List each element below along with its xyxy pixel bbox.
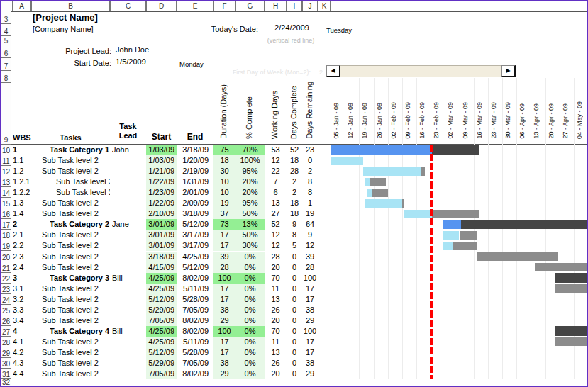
cell-working-days[interactable]: 13 [265, 347, 287, 358]
cell-task[interactable]: Sub Task level 2 [42, 208, 110, 219]
cell-start[interactable]: 4/25/09 [146, 284, 177, 294]
cell-days-complete[interactable]: 0 [287, 294, 302, 305]
cell-duration[interactable]: 18 [213, 155, 235, 166]
cell-working-days[interactable]: 52 [265, 219, 287, 230]
cell-start[interactable]: 1/03/09 [146, 145, 177, 155]
cell-duration[interactable]: 100 [213, 326, 235, 337]
row-header-11[interactable]: 11 [1, 155, 11, 166]
cell-duration[interactable]: 10 [213, 187, 235, 198]
cell-pct-complete[interactable]: 50% [235, 230, 265, 240]
cell-wbs[interactable]: 2.2 [13, 240, 30, 251]
cell-days-remaining[interactable]: 39 [302, 252, 318, 262]
project-lead-field[interactable]: John Doe [113, 45, 215, 57]
cell-days-remaining[interactable]: 8 [302, 176, 318, 187]
cell-duration[interactable]: 17 [213, 337, 235, 347]
cell-pct-complete[interactable]: 30% [235, 240, 265, 251]
cell-duration[interactable]: 17 [213, 347, 235, 358]
cell-days-complete[interactable]: 9 [287, 219, 302, 230]
cell-days-remaining[interactable]: 100 [302, 326, 318, 337]
column-header-H[interactable]: H [265, 1, 287, 11]
cell-pct-complete[interactable]: 0% [235, 369, 265, 379]
row-header-10[interactable]: 10 [1, 145, 11, 155]
cell-start[interactable]: 7/05/09 [146, 369, 177, 379]
cell-end[interactable]: 3/18/09 [177, 145, 213, 155]
row-header-14[interactable]: 14 [1, 187, 11, 198]
cell-pct-complete[interactable]: 95% [235, 198, 265, 208]
cell-duration[interactable]: 17 [213, 240, 235, 251]
row-header-22[interactable]: 22 [1, 273, 11, 284]
cell-task[interactable]: Sub Task level 2 [42, 166, 110, 176]
cell-days-complete[interactable]: 0 [287, 252, 302, 262]
cell-task[interactable]: Sub Task level 2 [42, 155, 110, 166]
cell-days-complete[interactable]: 0 [287, 315, 302, 326]
row-header-28[interactable]: 28 [1, 337, 11, 347]
cell-duration[interactable]: 10 [213, 176, 235, 187]
cell-working-days[interactable]: 11 [265, 337, 287, 347]
cell-task[interactable]: Sub Task level 2 [42, 358, 110, 369]
cell-task[interactable]: Sub Task level 2 [42, 198, 110, 208]
cell-duration[interactable]: 17 [213, 284, 235, 294]
cell-end[interactable]: 5/28/09 [177, 294, 213, 305]
cell-end[interactable]: 1/20/09 [177, 155, 213, 166]
cell-start[interactable]: 4/15/09 [146, 262, 177, 273]
cell-task[interactable]: Sub Task level 2 [42, 230, 110, 240]
column-header-K[interactable]: K [318, 1, 331, 11]
cell-start[interactable]: 4/25/09 [146, 273, 177, 284]
cell-end[interactable]: 3/17/09 [177, 240, 213, 251]
cell-duration[interactable]: 28 [213, 262, 235, 273]
cell-days-complete[interactable]: 0 [287, 358, 302, 369]
row-header-12[interactable]: 12 [1, 166, 11, 176]
cell-pct-complete[interactable]: 13% [235, 219, 265, 230]
cell-working-days[interactable]: 13 [265, 294, 287, 305]
cell-days-remaining[interactable]: 29 [302, 369, 318, 379]
cell-end[interactable]: 7/05/09 [177, 358, 213, 369]
cell-wbs[interactable]: 1.2 [13, 166, 30, 176]
cell-wbs[interactable]: 4 [13, 326, 30, 337]
row-header-9[interactable]: 9 [1, 83, 11, 145]
row-header-23[interactable]: 23 [1, 284, 11, 294]
cell-working-days[interactable]: 27 [265, 208, 287, 219]
cell-end[interactable]: 4/25/09 [177, 252, 213, 262]
cell-pct-complete[interactable]: 0% [235, 262, 265, 273]
cell-working-days[interactable]: 20 [265, 262, 287, 273]
row-header-30[interactable]: 30 [1, 358, 11, 369]
cell-working-days[interactable]: 11 [265, 284, 287, 294]
cell-working-days[interactable]: 20 [265, 369, 287, 379]
cell-task[interactable]: Sub Task level 2 [42, 262, 110, 273]
cell-days-complete[interactable]: 0 [287, 273, 302, 284]
row-header-29[interactable]: 29 [1, 347, 11, 358]
cell-pct-complete[interactable]: 0% [235, 358, 265, 369]
column-header-I[interactable]: I [287, 1, 302, 11]
row-header-7[interactable]: 7 [1, 58, 11, 71]
cell-days-complete[interactable]: 18 [287, 208, 302, 219]
cell-end[interactable]: 5/28/09 [177, 347, 213, 358]
cell-start[interactable]: 3/01/09 [146, 240, 177, 251]
column-header-G[interactable]: G [235, 1, 265, 11]
cell-wbs[interactable]: 2 [13, 219, 30, 230]
cell-duration[interactable]: 37 [213, 208, 235, 219]
cell-days-remaining[interactable]: 12 [302, 240, 318, 251]
cell-task[interactable]: Sub Task level 2 [42, 337, 110, 347]
cell-working-days[interactable]: 13 [265, 198, 287, 208]
cell-days-remaining[interactable]: 23 [302, 145, 318, 155]
cell-duration[interactable]: 38 [213, 305, 235, 315]
row-header-19[interactable]: 19 [1, 240, 11, 251]
column-header-F[interactable]: F [213, 1, 235, 11]
cell-end[interactable]: 5/11/09 [177, 337, 213, 347]
cell-days-complete[interactable]: 18 [287, 155, 302, 166]
row-header-18[interactable]: 18 [1, 230, 11, 240]
row-header-13[interactable]: 13 [1, 176, 11, 187]
cell-days-complete[interactable]: 5 [287, 240, 302, 251]
cell-start[interactable]: 2/10/09 [146, 208, 177, 219]
cell-task[interactable]: Sub Task level 2 [42, 347, 110, 358]
cell-duration[interactable]: 39 [213, 252, 235, 262]
row-header-21[interactable]: 21 [1, 262, 11, 273]
cell-end[interactable]: 2/19/09 [177, 166, 213, 176]
cell-wbs[interactable]: 4.2 [13, 347, 30, 358]
cell-working-days[interactable]: 26 [265, 358, 287, 369]
cell-days-remaining[interactable]: 0 [302, 155, 318, 166]
row-header-27[interactable]: 27 [1, 326, 11, 337]
cell-task[interactable]: Sub Task level 2 [42, 369, 110, 379]
cell-days-remaining[interactable]: 100 [302, 273, 318, 284]
cell-end[interactable]: 2/09/09 [177, 198, 213, 208]
